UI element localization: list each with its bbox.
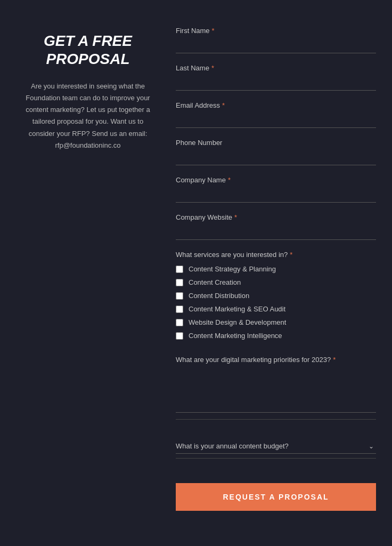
divider <box>176 419 376 420</box>
checkbox-content-strategy-input[interactable] <box>176 266 183 273</box>
checkbox-marketing-intelligence-input[interactable] <box>176 332 183 340</box>
required-star: * <box>333 356 336 364</box>
last-name-input[interactable] <box>176 75 376 91</box>
checkbox-content-distribution-label: Content Distribution <box>189 292 249 300</box>
last-name-field: Last Name * <box>176 64 376 91</box>
phone-field: Phone Number <box>176 139 376 165</box>
priorities-textarea[interactable] <box>176 370 376 413</box>
company-name-field: Company Name * <box>176 176 376 203</box>
required-star: * <box>212 27 215 35</box>
required-star: * <box>234 213 237 221</box>
priorities-label: What are your digital marketing prioriti… <box>176 356 376 364</box>
page-title: GET A FREE PROPOSAL <box>21 32 154 68</box>
phone-input[interactable] <box>176 150 376 165</box>
checkbox-content-strategy-label: Content Strategy & Planning <box>189 265 276 273</box>
budget-divider <box>176 458 376 459</box>
priorities-section: What are your digital marketing prioriti… <box>176 356 376 428</box>
first-name-field: First Name * <box>176 27 376 53</box>
budget-select[interactable]: What is your annual content budget? Unde… <box>176 439 376 453</box>
required-star: * <box>290 251 292 259</box>
company-name-label: Company Name * <box>176 176 376 184</box>
required-star: * <box>228 176 231 184</box>
checkbox-content-distribution: Content Distribution <box>176 292 376 300</box>
checkbox-content-strategy: Content Strategy & Planning <box>176 265 376 273</box>
first-name-label: First Name * <box>176 27 376 35</box>
checkbox-web-design: Website Design & Development <box>176 318 376 326</box>
right-panel: First Name * Last Name * Email Address * <box>176 21 381 525</box>
email-label: Email Address * <box>176 101 376 109</box>
checkbox-web-design-input[interactable] <box>176 319 183 326</box>
checkbox-content-creation-input[interactable] <box>176 279 183 286</box>
company-name-input[interactable] <box>176 187 376 203</box>
budget-select-wrapper: What is your annual content budget? Unde… <box>176 439 376 454</box>
left-description: Are you interested in seeing what the Fo… <box>21 81 154 151</box>
checkbox-marketing-intelligence: Content Marketing Intelligence <box>176 332 376 340</box>
company-website-field: Company Website * <box>176 213 376 240</box>
checkbox-seo-audit-input[interactable] <box>176 306 183 313</box>
required-star: * <box>222 101 225 109</box>
services-section: What services are you interested in? * C… <box>176 251 376 345</box>
first-name-input[interactable] <box>176 38 376 53</box>
checkbox-content-distribution-input[interactable] <box>176 292 183 300</box>
checkbox-web-design-label: Website Design & Development <box>189 318 286 326</box>
checkbox-seo-audit-label: Content Marketing & SEO Audit <box>189 305 285 313</box>
budget-section: What is your annual content budget? Unde… <box>176 439 376 467</box>
checkbox-content-creation: Content Creation <box>176 278 376 286</box>
company-website-input[interactable] <box>176 224 376 240</box>
submit-button[interactable]: REQUEST A PROPOSAL <box>176 483 376 511</box>
last-name-label: Last Name * <box>176 64 376 72</box>
phone-label: Phone Number <box>176 139 376 147</box>
required-star: * <box>211 64 214 72</box>
left-panel: GET A FREE PROPOSAL Are you interested i… <box>11 21 160 525</box>
email-field: Email Address * <box>176 101 376 128</box>
email-input[interactable] <box>176 113 376 128</box>
checkbox-content-creation-label: Content Creation <box>189 278 241 286</box>
company-website-label: Company Website * <box>176 213 376 221</box>
services-label: What services are you interested in? * <box>176 251 376 259</box>
checkbox-marketing-intelligence-label: Content Marketing Intelligence <box>189 332 282 340</box>
checkbox-seo-audit: Content Marketing & SEO Audit <box>176 305 376 313</box>
